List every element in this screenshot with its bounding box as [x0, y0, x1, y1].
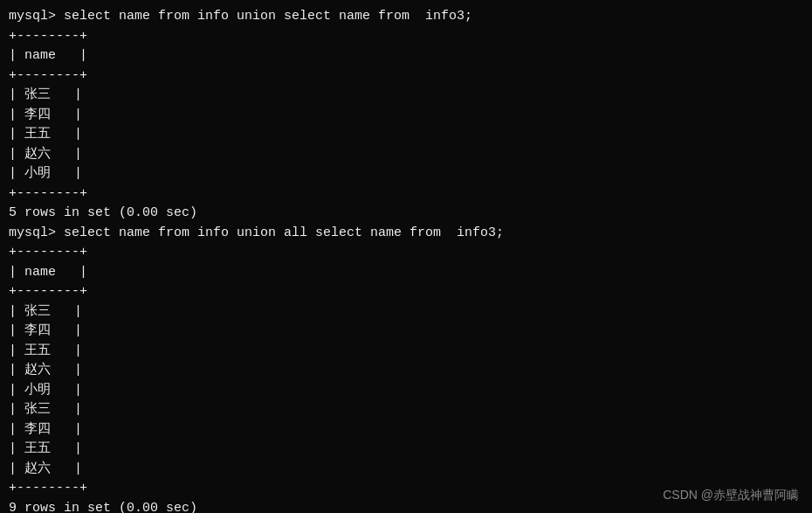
terminal: mysql> select name from info union selec…	[9, 7, 803, 506]
terminal-line-row2_1: | 张三 |	[9, 302, 803, 322]
terminal-line-cmd2: mysql> select name from info union all s…	[9, 224, 803, 244]
terminal-line-row2_8: | 王五 |	[9, 440, 803, 460]
terminal-line-border2: +--------+	[9, 66, 803, 87]
terminal-line-row1_4: | 赵六 |	[9, 145, 803, 165]
terminal-line-row2_2: | 李四 |	[9, 322, 803, 342]
terminal-line-row1_5: | 小明 |	[9, 164, 803, 184]
terminal-line-border4: +--------+	[9, 243, 803, 263]
terminal-line-header1: | name |	[9, 46, 803, 66]
watermark: CSDN @赤壁战神曹阿瞒	[663, 486, 799, 504]
terminal-line-row1_1: | 张三 |	[9, 86, 803, 106]
terminal-line-row2_3: | 王五 |	[9, 342, 803, 362]
terminal-line-border1: +--------+	[9, 27, 803, 47]
terminal-line-row1_2: | 李四 |	[9, 106, 803, 126]
terminal-line-row2_5: | 小明 |	[9, 381, 803, 401]
terminal-line-row2_9: | 赵六 |	[9, 460, 803, 480]
terminal-line-header2: | name |	[9, 263, 803, 283]
terminal-line-border3: +--------+	[9, 184, 803, 205]
terminal-line-cmd1: mysql> select name from info union selec…	[9, 7, 803, 27]
terminal-line-row2_6: | 张三 |	[9, 400, 803, 420]
terminal-line-row1_3: | 王五 |	[9, 125, 803, 145]
terminal-line-result1: 5 rows in set (0.00 sec)	[9, 204, 803, 224]
terminal-line-row2_4: | 赵六 |	[9, 361, 803, 381]
terminal-line-row2_7: | 李四 |	[9, 420, 803, 440]
terminal-line-border5: +--------+	[9, 282, 803, 302]
